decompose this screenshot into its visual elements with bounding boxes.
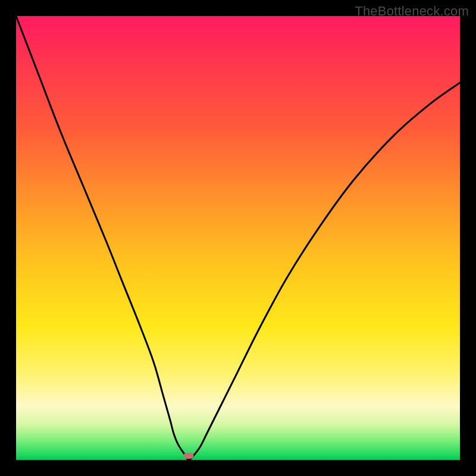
bottleneck-curve <box>16 16 460 460</box>
minimum-marker <box>184 453 194 459</box>
watermark-text: TheBottleneck.com <box>355 4 469 19</box>
chart-frame: TheBottleneck.com <box>0 0 476 476</box>
plot-area <box>16 16 460 460</box>
